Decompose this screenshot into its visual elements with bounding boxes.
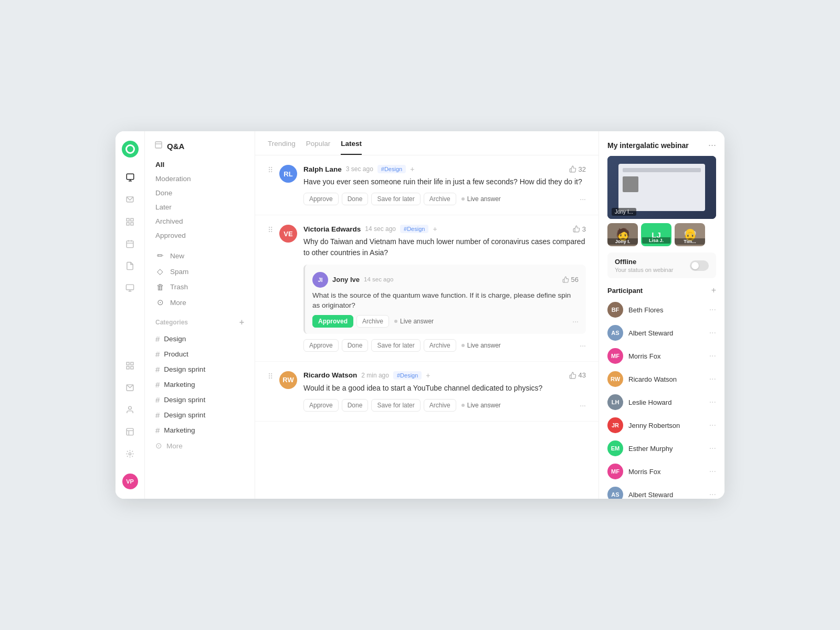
nav-icon-layout[interactable] [121, 422, 140, 441]
participant-more-button[interactable]: ··· [709, 467, 716, 476]
tab-trending[interactable]: Trending [268, 140, 296, 155]
participant-row: JR Jenny Robertson ··· [599, 414, 724, 437]
nav-item-moderation[interactable]: Moderation [145, 172, 255, 186]
done-button[interactable]: Done [342, 339, 369, 352]
add-participant-button[interactable]: + [711, 286, 716, 295]
nav-icon-calendar[interactable] [121, 234, 140, 253]
more-options-button[interactable]: ··· [580, 341, 586, 350]
more-options-button[interactable]: ··· [580, 195, 586, 203]
participant-row: AS Albert Steward ··· [599, 483, 724, 499]
question-tag[interactable]: #Design [377, 165, 406, 173]
archive-button[interactable]: Archive [356, 315, 389, 328]
participant-avatar: LH [607, 394, 623, 410]
participant-more-button[interactable]: ··· [709, 397, 716, 407]
participant-more-button[interactable]: ··· [709, 374, 716, 384]
add-tag-button[interactable]: + [426, 371, 430, 380]
cat-item-marketing-1[interactable]: # Marketing [145, 377, 255, 392]
live-answer-button[interactable]: Live answer [461, 402, 501, 409]
webinar-more-button[interactable]: ··· [708, 140, 716, 151]
live-answer-button[interactable]: Live answer [394, 318, 434, 325]
add-tag-button[interactable]: + [410, 165, 414, 173]
more-options-button[interactable]: ··· [572, 317, 579, 326]
nav-icon-settings[interactable] [121, 444, 140, 463]
question-tag[interactable]: #Design [393, 371, 422, 380]
cat-item-design-sprint-3[interactable]: # Design sprint [145, 407, 255, 423]
approved-badge[interactable]: Approved [312, 315, 353, 328]
thumb-jony[interactable]: 🧑 Jony I. [607, 223, 638, 246]
participant-more-button[interactable]: ··· [709, 490, 716, 499]
cat-item-marketing-2[interactable]: # Marketing [145, 423, 255, 438]
nav-item-all[interactable]: All [145, 158, 255, 172]
drag-handle[interactable]: ⠿ [268, 371, 273, 412]
question-actions: Approve Done Save for later Archive Live… [303, 339, 586, 352]
offline-toggle[interactable] [690, 260, 709, 271]
cat-item-more[interactable]: ⊙ More [145, 438, 255, 454]
categories-add-button[interactable]: + [239, 318, 244, 327]
participant-name: Jenny Robertson [628, 422, 704, 429]
approve-button[interactable]: Approve [303, 193, 339, 205]
participant-name: Ricardo Watson [628, 375, 704, 383]
save-for-later-button[interactable]: Save for later [371, 193, 420, 205]
save-for-later-button[interactable]: Save for later [371, 339, 420, 352]
nav-icon-messages[interactable] [121, 190, 140, 209]
user-avatar-bottom[interactable]: VP [122, 474, 138, 489]
nav-icon-mail[interactable] [121, 378, 140, 397]
participant-header: Participant + [599, 282, 724, 298]
nested-likes: 56 [562, 276, 579, 284]
question-actions: Approve Done Save for later Archive Live… [303, 193, 586, 205]
nav-item-done[interactable]: Done [145, 186, 255, 200]
done-button[interactable]: Done [342, 193, 369, 205]
participant-more-button[interactable]: ··· [709, 351, 716, 361]
participant-more-button[interactable]: ··· [709, 421, 716, 430]
archive-button[interactable]: Archive [424, 399, 456, 412]
question-tag[interactable]: #Design [400, 225, 428, 233]
hash-icon: # [155, 365, 160, 374]
live-answer-button[interactable]: Live answer [461, 195, 501, 203]
svg-rect-6 [127, 240, 133, 247]
nav-item-later[interactable]: Later [145, 200, 255, 214]
nav-item-spam[interactable]: ◇ Spam [145, 264, 255, 279]
nav-item-more[interactable]: ⊙ More [145, 295, 255, 310]
nav-item-trash[interactable]: 🗑 Trash [145, 279, 255, 295]
tab-popular[interactable]: Popular [306, 140, 331, 155]
nav-icon-file[interactable] [121, 256, 140, 275]
archive-button[interactable]: Archive [424, 193, 456, 205]
save-for-later-button[interactable]: Save for later [371, 399, 420, 412]
participant-more-button[interactable]: ··· [709, 305, 716, 314]
cat-item-design-sprint-2[interactable]: # Design sprint [145, 392, 255, 407]
nav-icon-monitor[interactable] [121, 278, 140, 297]
nav-icon-grid[interactable] [121, 356, 140, 375]
thumb-lisa[interactable]: LJ Lisa J. [641, 223, 671, 246]
done-button[interactable]: Done [342, 399, 369, 412]
question-meta: Ricardo Watson 2 min ago #Design + 43 [303, 371, 586, 380]
participant-more-button[interactable]: ··· [709, 444, 716, 453]
more-options-button[interactable]: ··· [580, 401, 586, 410]
thumb-tim[interactable]: 👴 Tim... [675, 223, 705, 246]
ellipsis-icon: ⊙ [155, 441, 162, 450]
add-tag-button[interactable]: + [433, 225, 437, 233]
tab-latest[interactable]: Latest [341, 140, 362, 155]
participant-avatar: MF [607, 464, 623, 479]
nav-icon-user[interactable] [121, 400, 140, 419]
app-logo[interactable] [122, 141, 139, 158]
nav-item-new[interactable]: ✏ New [145, 248, 255, 264]
cat-item-product[interactable]: # Product [145, 346, 255, 362]
cat-item-design-sprint-1[interactable]: # Design sprint [145, 362, 255, 377]
diamond-icon: ◇ [155, 267, 165, 276]
nav-icon-qa[interactable] [121, 168, 140, 187]
nav-icon-chart[interactable] [121, 212, 140, 231]
nav-item-approved[interactable]: Approved [145, 228, 255, 243]
svg-rect-15 [131, 366, 133, 369]
nav-item-archived[interactable]: Archived [145, 214, 255, 228]
approve-button[interactable]: Approve [303, 399, 339, 412]
drag-handle[interactable]: ⠿ [268, 165, 273, 205]
cat-item-design[interactable]: # Design [145, 331, 255, 346]
participant-more-button[interactable]: ··· [709, 328, 716, 338]
approve-button[interactable]: Approve [303, 339, 339, 352]
live-answer-button[interactable]: Live answer [461, 342, 501, 349]
archive-button[interactable]: Archive [424, 339, 456, 352]
question-meta: Victoria Edwards 14 sec ago #Design + 3 [303, 225, 586, 233]
drag-handle[interactable]: ⠿ [268, 225, 273, 352]
video-speaker-label: Jony I... [612, 208, 636, 216]
author-name: Victoria Edwards [303, 225, 361, 233]
